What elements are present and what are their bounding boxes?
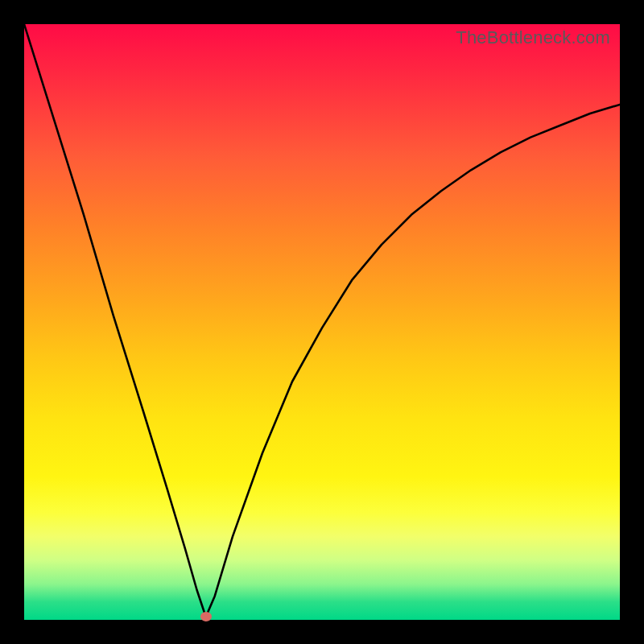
minimum-marker [200, 612, 212, 621]
chart-container: TheBottleneck.com [0, 0, 644, 644]
plot-area: TheBottleneck.com [24, 24, 620, 620]
bottleneck-curve [24, 24, 620, 620]
